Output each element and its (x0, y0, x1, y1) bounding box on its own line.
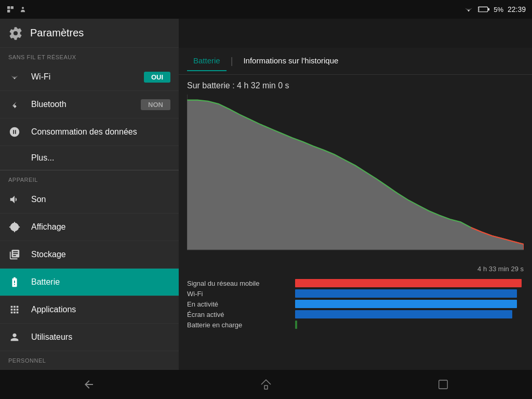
main-layout: SANS FIL ET RÉSEAUX Wi-Fi OUI B (0, 48, 532, 399)
wifi-toggle[interactable]: OUI (144, 72, 170, 83)
son-icon (8, 193, 21, 206)
tab-historique[interactable]: Informations sur l'historique (237, 51, 344, 71)
signal-bar-container (295, 279, 524, 287)
status-bar: 5% 22:39 (0, 0, 532, 19)
usage-row-wifi: Wi-Fi (187, 289, 524, 298)
batterie-icon (8, 276, 21, 288)
usage-bars-section: Signal du réseau mobile Wi-Fi En activit… (187, 279, 524, 329)
settings-gear-icon (8, 26, 23, 41)
section-header-reseau: SANS FIL ET RÉSEAUX (0, 48, 179, 63)
applications-icon (8, 303, 21, 316)
back-button[interactable] (73, 374, 104, 395)
tab-batterie[interactable]: Batterie (187, 51, 227, 71)
recents-icon (437, 379, 449, 390)
content-tabs: Batterie | Informations sur l'historique (179, 48, 532, 75)
utilisateurs-icon (8, 331, 21, 343)
activite-bar-container (295, 300, 524, 308)
activite-bar (295, 300, 517, 308)
time-display: 22:39 (508, 5, 526, 14)
utilisateurs-label: Utilisateurs (31, 332, 170, 342)
svg-point-3 (22, 7, 24, 9)
sidebar-item-utilisateurs[interactable]: Utilisateurs (0, 324, 179, 351)
battery-duration: Sur batterie : 4 h 32 min 0 s (187, 81, 524, 90)
ecran-bar (295, 310, 512, 318)
nav-bar (0, 370, 532, 399)
battery-chart-svg (187, 95, 524, 261)
sidebar-item-stockage[interactable]: Stockage (0, 241, 179, 269)
status-right-icons: 5% 22:39 (463, 5, 526, 14)
wifi-bar (295, 289, 517, 298)
svg-rect-0 (7, 6, 10, 9)
wifi-bar-container (295, 289, 524, 298)
data-icon (8, 126, 21, 138)
tab-separator: | (231, 56, 233, 66)
signal-bar (295, 279, 522, 287)
recents-button[interactable] (428, 374, 459, 395)
bluetooth-label: Bluetooth (31, 100, 130, 109)
svg-rect-2 (7, 10, 10, 12)
son-label: Son (31, 195, 170, 204)
sidebar-item-affichage[interactable]: Affichage (0, 214, 179, 241)
home-button[interactable] (250, 374, 282, 395)
notification-icon-2 (19, 5, 27, 14)
page-title: Paramètres (30, 27, 84, 39)
affichage-label: Affichage (31, 222, 170, 232)
wifi-label: Wi-Fi (31, 72, 134, 82)
sidebar-item-bluetooth[interactable]: Bluetooth NON (0, 91, 179, 118)
wifi-toggle-value: OUI (144, 72, 170, 83)
usage-row-charge: Batterie en charge (187, 321, 524, 329)
svg-rect-1 (11, 6, 14, 9)
notification-icon-1 (6, 5, 15, 14)
sidebar-item-wifi[interactable]: Wi-Fi OUI (0, 63, 179, 91)
svg-rect-5 (488, 8, 489, 11)
activite-label: En activité (187, 300, 291, 308)
battery-chart (187, 95, 524, 261)
charge-bar-container (295, 321, 524, 329)
plus-label: Plus... (31, 153, 170, 163)
sidebar: SANS FIL ET RÉSEAUX Wi-Fi OUI B (0, 48, 179, 399)
charge-bar (295, 321, 297, 329)
sidebar-item-batterie[interactable]: Batterie (0, 269, 179, 296)
section-header-personnel: PERSONNEL (0, 351, 179, 367)
svg-rect-6 (478, 7, 479, 11)
svg-rect-11 (264, 385, 268, 389)
sidebar-item-plus[interactable]: Plus... (0, 146, 179, 170)
charge-label: Batterie en charge (187, 321, 291, 329)
bluetooth-toggle[interactable]: NON (141, 99, 170, 110)
usage-row-activite: En activité (187, 300, 524, 308)
wifi-status-icon (463, 5, 474, 14)
batterie-label: Batterie (31, 277, 170, 287)
ecran-label: Écran activé (187, 311, 291, 318)
applications-label: Applications (31, 305, 170, 314)
affichage-icon (8, 221, 21, 233)
battery-content: Sur batterie : 4 h 32 min 0 s (179, 75, 532, 399)
bluetooth-toggle-value: NON (141, 99, 170, 110)
sidebar-item-son[interactable]: Son (0, 186, 179, 214)
wifi-usage-label: Wi-Fi (187, 290, 291, 298)
status-left-icons (6, 5, 27, 14)
signal-label: Signal du réseau mobile (187, 280, 291, 287)
battery-percent: 5% (494, 6, 503, 14)
svg-rect-12 (439, 380, 448, 389)
bluetooth-icon (8, 98, 21, 111)
back-icon (83, 378, 95, 391)
sidebar-item-applications[interactable]: Applications (0, 296, 179, 324)
stockage-label: Stockage (31, 250, 170, 259)
content-area: Batterie | Informations sur l'historique… (179, 48, 532, 399)
usage-row-signal: Signal du réseau mobile (187, 279, 524, 287)
data-label: Consommation des données (31, 127, 170, 137)
home-icon (260, 378, 272, 391)
battery-status-icon (478, 6, 489, 13)
ecran-bar-container (295, 310, 524, 318)
usage-row-ecran: Écran activé (187, 310, 524, 318)
section-header-appareil: APPAREIL (0, 170, 179, 186)
title-bar: Paramètres (0, 19, 179, 48)
chart-end-time: 4 h 33 min 29 s (187, 265, 524, 273)
svg-rect-4 (478, 7, 488, 11)
sidebar-item-data[interactable]: Consommation des données (0, 118, 179, 146)
stockage-icon (8, 248, 21, 261)
wifi-icon (8, 71, 21, 83)
